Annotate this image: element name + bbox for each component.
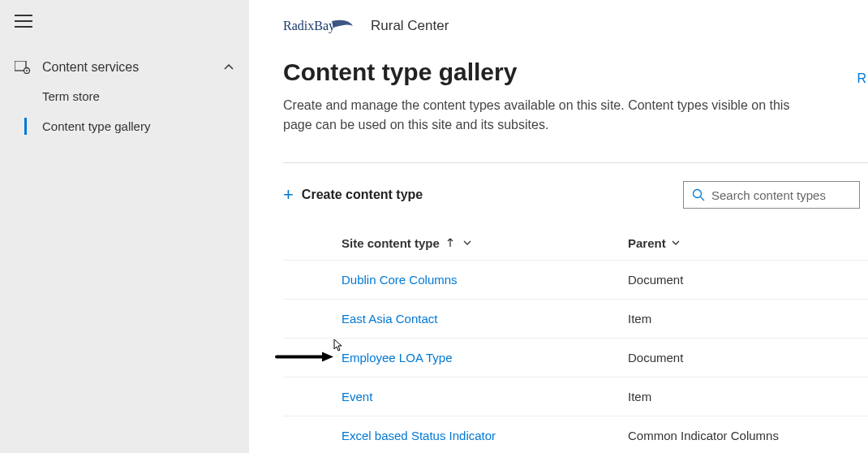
search-box[interactable] [683, 181, 860, 209]
content-type-link[interactable]: Employee LOA Type [342, 351, 452, 365]
top-right-link-fragment[interactable]: R [857, 71, 866, 86]
svg-point-2 [26, 70, 28, 71]
parent-value: Document [628, 273, 683, 287]
content-type-link[interactable]: Dublin Core Columns [342, 273, 458, 287]
column-header-name[interactable]: Site content type [283, 236, 628, 250]
sort-ascending-icon [446, 236, 454, 250]
create-content-type-button[interactable]: + Create content type [283, 186, 423, 204]
chevron-down-icon [671, 236, 681, 250]
plus-icon: + [283, 186, 294, 204]
site-name: Rural Center [371, 18, 449, 34]
create-button-label: Create content type [302, 188, 423, 202]
parent-value: Item [628, 312, 651, 326]
annotation-arrow-icon [275, 351, 337, 365]
sidebar-item-term-store[interactable]: Term store [0, 81, 249, 111]
content-type-link[interactable]: East Asia Contact [342, 312, 437, 326]
chevron-down-icon [462, 236, 472, 250]
svg-line-5 [701, 197, 705, 201]
main-content: RadixBay Rural Center Content type galle… [249, 0, 868, 453]
chevron-up-icon [223, 62, 234, 73]
svg-text:RadixBay: RadixBay [283, 19, 335, 33]
table-row: East Asia Contact Item [283, 299, 868, 338]
site-header: RadixBay Rural Center [283, 16, 868, 36]
table-row: Event Item [283, 377, 868, 416]
action-bar: + Create content type [283, 162, 868, 226]
column-header-parent[interactable]: Parent [628, 236, 681, 250]
table-row: Employee LOA Type Document [283, 338, 868, 377]
page-description: Create and manage the content types avai… [283, 96, 819, 135]
content-services-icon [15, 61, 31, 74]
site-logo: RadixBay [283, 16, 356, 36]
parent-value: Item [628, 390, 651, 403]
sidebar-section-label: Content services [42, 60, 139, 75]
content-type-link[interactable]: Event [342, 390, 372, 403]
table-row: Excel based Status Indicator Common Indi… [283, 416, 868, 453]
sidebar: Content services Term store Content type… [0, 0, 249, 453]
sidebar-section-content-services[interactable]: Content services [0, 54, 249, 81]
table-header: Site content type Parent [283, 226, 868, 260]
parent-value: Common Indicator Columns [628, 429, 779, 442]
sidebar-item-label: Term store [42, 89, 100, 103]
svg-point-4 [694, 190, 702, 198]
table-row: Dublin Core Columns Document [283, 260, 868, 299]
sidebar-item-label: Content type gallery [42, 119, 150, 133]
sidebar-item-content-type-gallery[interactable]: Content type gallery [0, 111, 249, 141]
page-title: Content type gallery [283, 58, 868, 86]
search-input[interactable] [711, 188, 851, 202]
hamburger-menu-icon[interactable] [15, 15, 32, 28]
search-icon [692, 188, 705, 201]
content-type-link[interactable]: Excel based Status Indicator [342, 429, 496, 442]
parent-value: Document [628, 351, 683, 365]
